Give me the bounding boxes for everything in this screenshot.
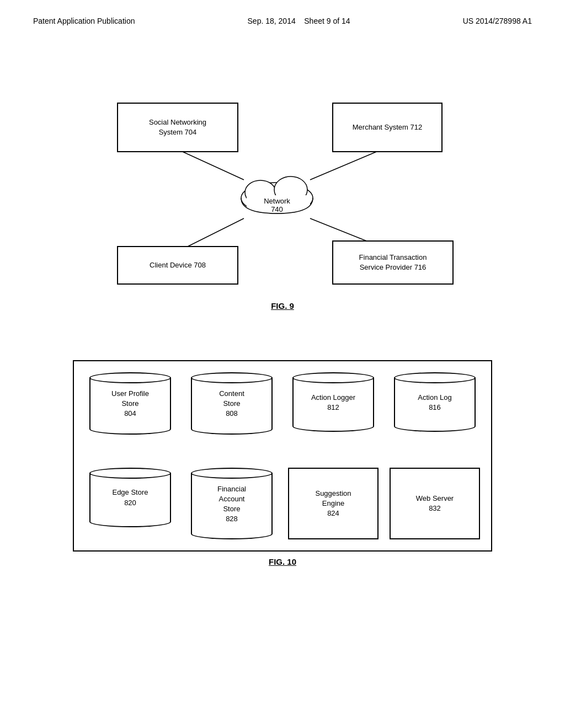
fig9-diagram: Social NetworkingSystem 704 Merchant Sys… [73,64,492,296]
action-logger-label: Action Logger812 [292,378,374,422]
web-server: Web Server832 [390,468,480,540]
network-cloud: Network 740 [222,169,332,218]
merchant-system-label: Merchant System 712 [353,122,422,132]
cyl-bottom [191,424,273,435]
financial-transaction-label: Financial TransactionService Provider 71… [359,253,427,272]
action-logger: Action Logger812 [288,372,379,435]
row-spacer [85,446,480,457]
cyl-top [191,468,273,479]
cloud-svg: Network 740 [233,168,321,217]
header-center: Sep. 18, 2014 Sheet 9 of 14 [248,17,350,25]
cyl-top [394,372,476,383]
client-device-label: Client Device 708 [150,260,206,270]
cyl-top [89,468,171,479]
user-profile-label: User ProfileStore804 [89,378,171,425]
fig9-section: Social NetworkingSystem 704 Merchant Sys… [0,31,565,338]
page-header: Patent Application Publication Sep. 18, … [0,0,565,31]
svg-text:Network: Network [264,197,290,205]
content-store: ContentStore808 [186,372,277,435]
fig9-label: FIG. 9 [33,301,532,311]
content-store-label: ContentStore808 [191,378,273,425]
edge-store: Edge Store820 [85,468,175,540]
social-networking-label: Social NetworkingSystem 704 [149,117,206,137]
social-networking-box: Social NetworkingSystem 704 [117,103,238,152]
financial-account-label: FinancialAccountStore828 [191,473,273,530]
client-device-box: Client Device 708 [117,246,238,285]
suggestion-engine-label: SuggestionEngine824 [315,489,351,519]
header-right: US 2014/278998 A1 [463,17,532,25]
cyl-top [292,372,374,383]
cyl-bottom [191,528,273,539]
financial-transaction-box: Financial TransactionService Provider 71… [332,240,454,285]
fig10-label: FIG. 10 [33,557,532,566]
fig10-section: User ProfileStore804 ContentStore808 Act… [0,338,565,594]
cyl-top [191,372,273,383]
user-profile-store: User ProfileStore804 [85,372,175,435]
cyl-bottom [394,421,476,432]
fig10-diagram: User ProfileStore804 ContentStore808 Act… [73,360,492,552]
action-log-label: Action Log816 [394,378,476,422]
cyl-top [89,372,171,383]
merchant-system-box: Merchant System 712 [332,103,443,152]
web-server-label: Web Server832 [416,494,454,513]
fig10-border: User ProfileStore804 ContentStore808 Act… [73,360,492,552]
svg-text:740: 740 [271,205,283,213]
cyl-bottom [292,421,374,432]
suggestion-engine: SuggestionEngine824 [288,468,379,540]
financial-account-store: FinancialAccountStore828 [186,468,277,540]
action-log: Action Log816 [390,372,480,435]
cyl-bottom [89,424,171,435]
cyl-bottom [89,516,171,527]
edge-store-label: Edge Store820 [89,473,171,517]
header-left: Patent Application Publication [33,17,135,25]
